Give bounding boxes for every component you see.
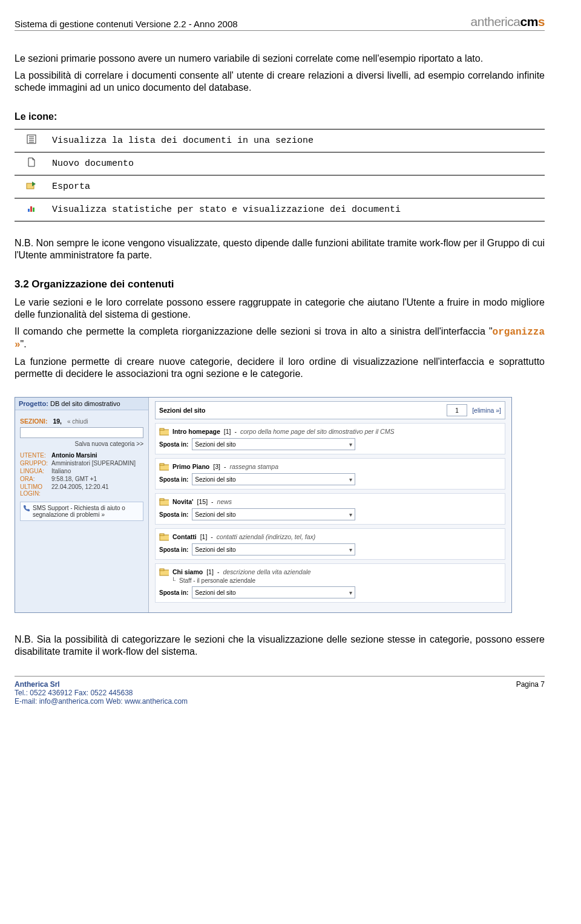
- section-count: [1]: [206, 568, 214, 575]
- svg-rect-8: [33, 208, 34, 212]
- footer-company: Antherica Srl: [15, 680, 188, 689]
- section-3-2-p1: Le varie sezioni e le loro correlate pos…: [15, 297, 545, 321]
- icons-heading: Le icone:: [15, 111, 545, 123]
- icon-desc: Esporta: [48, 175, 545, 198]
- section-name[interactable]: Intro homepage: [172, 428, 220, 435]
- note-1: N.B. Non sempre le icone vengono visuali…: [15, 237, 545, 261]
- new-category-input[interactable]: [20, 427, 143, 438]
- icon-row: Esporta: [15, 175, 545, 198]
- svg-rect-7: [30, 206, 32, 212]
- intro-paragraph-2: La possibilità di correlare i documenti …: [15, 70, 545, 94]
- stats-icon: [27, 203, 36, 213]
- intro-paragraph-1: Le sezioni primarie possono avere un num…: [15, 53, 545, 65]
- embedded-screenshot: Progetto: DB del sito dimostrativo SEZIO…: [15, 397, 545, 613]
- move-label: Sposta in:: [159, 476, 188, 483]
- new-doc-icon: [27, 157, 36, 167]
- svg-rect-14: [160, 499, 164, 500]
- note-2: N.B. Sia la possibilità di categorizzare…: [15, 634, 545, 658]
- move-select[interactable]: Sezioni del sito▾: [192, 543, 355, 555]
- close-link[interactable]: « chiudi: [67, 418, 88, 425]
- footer-email: E-mail: info@antherica.com Web: www.anth…: [15, 697, 188, 706]
- section-desc: rassegna stampa: [229, 463, 278, 470]
- move-select[interactable]: Sezioni del sito▾: [192, 473, 355, 485]
- folder-icon: [159, 497, 169, 506]
- chevron-down-icon: ▾: [349, 511, 352, 518]
- section-block: Primo Piano [3] - rassegna stampaSposta …: [155, 458, 505, 490]
- move-label: Sposta in:: [159, 546, 188, 553]
- page-number: Pagina 7: [516, 680, 545, 706]
- section-desc: descrizione della vita aziendale: [223, 568, 310, 575]
- section-name[interactable]: Contatti: [172, 533, 197, 540]
- main-top-bar: Sezioni del sito [elimina »]: [155, 401, 505, 419]
- sms-support-box[interactable]: SMS Support - Richiesta di aiuto o segna…: [20, 502, 143, 521]
- brand-logo: anthericacms: [471, 15, 545, 29]
- folder-icon: [159, 568, 169, 576]
- section-desc: news: [217, 498, 232, 505]
- page-header: Sistema di gestione contenuti Versione 2…: [15, 15, 545, 31]
- icons-table: Visualizza la lista dei documenti in una…: [15, 129, 545, 221]
- section-name[interactable]: Primo Piano: [172, 463, 209, 470]
- section-count: [3]: [213, 463, 220, 470]
- section-count: [15]: [197, 498, 208, 505]
- chevron-down-icon: ▾: [349, 441, 352, 448]
- svg-rect-16: [160, 534, 164, 536]
- svg-rect-18: [160, 569, 164, 571]
- footer-tel: Tel.: 0522 436912 Fax: 0522 445638: [15, 689, 188, 697]
- chevron-down-icon: ▾: [349, 546, 352, 553]
- list-icon: [27, 134, 36, 144]
- section-block: Chi siamo [1] - descrizione della vita a…: [155, 563, 505, 603]
- section-block: Novita' [15] - newsSposta in:Sezioni del…: [155, 493, 505, 525]
- section-3-2-heading: 3.2 Organizzazione dei contenuti: [15, 278, 545, 290]
- icon-row: Visualizza statistiche per stato e visua…: [15, 198, 545, 221]
- icon-row: Visualizza la lista dei documenti in una…: [15, 129, 545, 152]
- folder-icon: [159, 532, 169, 541]
- export-icon: [26, 180, 37, 190]
- sub-section: └ Staff - il personale aziendale: [171, 577, 501, 584]
- document-page: Sistema di gestione contenuti Versione 2…: [0, 0, 581, 720]
- svg-rect-12: [160, 464, 164, 465]
- screenshot-sidebar: Progetto: DB del sito dimostrativo SEZIO…: [15, 398, 149, 612]
- page-footer: Antherica Srl Tel.: 0522 436912 Fax: 052…: [15, 676, 545, 706]
- move-select[interactable]: Sezioni del sito▾: [192, 438, 355, 450]
- section-name[interactable]: Novita': [172, 498, 194, 505]
- icon-desc: Nuovo documento: [48, 152, 545, 175]
- screenshot-main: Sezioni del sito [elimina »] Intro homep…: [149, 398, 511, 612]
- folder-icon: [159, 462, 169, 471]
- move-select[interactable]: Sezioni del sito▾: [192, 508, 355, 520]
- project-bar: Progetto: DB del sito dimostrativo: [15, 398, 148, 410]
- section-desc: corpo della home page del sito dimostrat…: [240, 428, 394, 435]
- move-label: Sposta in:: [159, 441, 188, 448]
- phone-icon: [23, 505, 30, 512]
- header-left-text: Sistema di gestione contenuti Versione 2…: [15, 19, 238, 29]
- delete-link[interactable]: [elimina »]: [472, 407, 501, 414]
- svg-rect-10: [160, 428, 164, 430]
- move-select[interactable]: Sezioni del sito▾: [192, 586, 355, 598]
- page-number-input[interactable]: [447, 404, 467, 416]
- section-count: [1]: [200, 533, 208, 540]
- section-3-2-p3: La funzione permette di creare nuove cat…: [15, 356, 545, 380]
- icon-row: Nuovo documento: [15, 152, 545, 175]
- icon-desc: Visualizza statistiche per stato e visua…: [48, 198, 545, 221]
- move-label: Sposta in:: [159, 511, 188, 518]
- section-name[interactable]: Chi siamo: [172, 568, 203, 575]
- svg-rect-6: [28, 209, 30, 212]
- section-3-2-p2: Il comando che permette la completa rior…: [15, 326, 545, 351]
- sezioni-line: SEZIONI: 19, « chiudi: [20, 418, 143, 425]
- section-count: [1]: [224, 428, 231, 435]
- section-desc: contatti aziendali (indirizzo, tel, fax): [217, 533, 315, 540]
- icon-desc: Visualizza la lista dei documenti in una…: [48, 129, 545, 152]
- section-block: Contatti [1] - contatti aziendali (indir…: [155, 528, 505, 560]
- save-category-button[interactable]: Salva nuova categoria >>: [20, 441, 143, 447]
- move-label: Sposta in:: [159, 589, 188, 596]
- section-block: Intro homepage [1] - corpo della home pa…: [155, 423, 505, 454]
- chevron-down-icon: ▾: [349, 589, 352, 596]
- folder-icon: [159, 427, 169, 436]
- chevron-down-icon: ▾: [349, 476, 352, 483]
